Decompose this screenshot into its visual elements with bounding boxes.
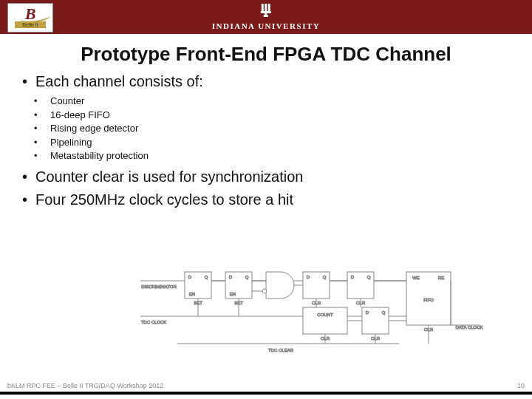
header-bar: B Belle II INDIANA UNIVERSITY [0, 0, 532, 34]
svg-text:Q: Q [382, 310, 386, 315]
list-item: Pipelining [34, 136, 532, 149]
list-item: 16-deep FIFO [34, 109, 532, 122]
svg-text:COUNT: COUNT [317, 313, 333, 317]
bullet-list-top: Each channel consists of: [22, 72, 532, 92]
svg-text:Q: Q [205, 275, 208, 279]
svg-text:WE: WE [412, 276, 420, 280]
svg-text:EN: EN [189, 292, 195, 296]
svg-text:DISCRIMINATOR: DISCRIMINATOR [141, 284, 177, 289]
svg-text:TDC CLEAR: TDC CLEAR [268, 348, 294, 352]
svg-text:D: D [307, 275, 310, 279]
list-item: Counter clear is used for synchronizatio… [22, 167, 517, 187]
institution-logo: INDIANA UNIVERSITY [212, 2, 321, 32]
list-item: Counter [34, 95, 532, 108]
svg-text:D: D [188, 275, 192, 279]
slide-title: Prototype Front-End FPGA TDC Channel [7, 43, 525, 66]
bullet-list-bottom: Counter clear is used for synchronizatio… [22, 167, 532, 210]
svg-text:Q: Q [323, 275, 327, 279]
list-item: Each channel consists of: [22, 72, 517, 92]
svg-point-17 [262, 289, 267, 293]
slide-number: 10 [517, 382, 525, 389]
belle2-logo: B Belle II [7, 3, 53, 33]
belle2-logo-glyph: B [25, 7, 36, 21]
block-diagram: DISCRIMINATOR TDC CLOCK TDC CLEAR DATA C… [133, 259, 488, 355]
svg-text:RE: RE [438, 276, 444, 280]
svg-text:EN: EN [230, 292, 236, 296]
svg-text:D: D [366, 310, 369, 315]
bullet-list-sub: Counter 16-deep FIFO Rising edge detecto… [34, 95, 532, 163]
svg-text:DATA CLOCK: DATA CLOCK [455, 325, 482, 330]
footer-left: bKLM RPC FEE – Belle II TRG/DAQ Workshop… [7, 382, 163, 389]
svg-text:D: D [351, 275, 355, 279]
footer: bKLM RPC FEE – Belle II TRG/DAQ Workshop… [0, 382, 532, 395]
svg-text:TDC CLOCK: TDC CLOCK [141, 320, 167, 324]
iu-trident-icon [259, 2, 273, 17]
svg-text:D: D [229, 275, 233, 279]
list-item: Rising edge detector [34, 122, 532, 135]
svg-text:FIFO: FIFO [423, 298, 434, 302]
list-item: Metastability protection [34, 149, 532, 163]
svg-text:Q: Q [367, 275, 371, 279]
list-item: Four 250MHz clock cycles to store a hit [22, 190, 517, 210]
svg-text:Q: Q [245, 275, 249, 279]
svg-rect-26 [303, 307, 347, 334]
institution-name: INDIANA UNIVERSITY [212, 21, 321, 30]
